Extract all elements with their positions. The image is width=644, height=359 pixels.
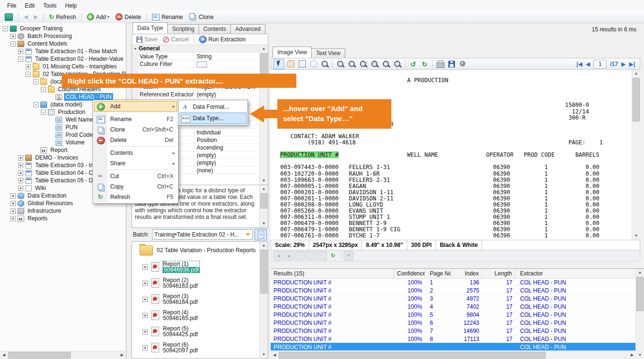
tree-expander-icon[interactable]: +	[18, 178, 23, 183]
scroll-up-icon[interactable]: ▲	[260, 45, 268, 53]
tree-expander-icon[interactable]: +	[142, 265, 148, 270]
property-value[interactable]: String	[194, 53, 260, 60]
property-row[interactable]: Referenced Extractors(empty)	[132, 91, 260, 98]
scroll-up-icon[interactable]: ▲	[632, 70, 640, 77]
context-menu-item-copy[interactable]: CopyCtrl+C	[94, 181, 177, 192]
submenu-item-data-format[interactable]: AData Format...	[180, 101, 246, 113]
export-page-icon[interactable]	[306, 251, 316, 260]
batch-tree-scrollbar[interactable]: ▲ ▼	[259, 242, 268, 359]
image-scrollbar[interactable]: ▲ ▼	[632, 70, 640, 240]
context-menu-item-add[interactable]: Add▸	[94, 101, 177, 112]
property-value[interactable]: Ascending	[194, 144, 260, 151]
next-thumb-icon[interactable]: ▸	[284, 251, 294, 260]
results-row[interactable]: PRODUCTION UNIT #COL HEAD - PUN	[271, 343, 636, 351]
refresh-button[interactable]: ↻Refresh	[46, 13, 79, 21]
batch-report-item-report-1[interactable]: +Report (1)50946936.pdf	[132, 259, 268, 275]
tree-item-batch-processing[interactable]: +Batch Processing	[0, 32, 126, 40]
pan-tool-button[interactable]	[285, 59, 296, 69]
zoom-in-button[interactable]: +	[335, 59, 346, 69]
zoom-region-button[interactable]	[320, 59, 330, 69]
region-select-button[interactable]	[297, 59, 307, 69]
tree-expander-icon[interactable]: +	[142, 297, 148, 302]
scroll-left-icon[interactable]: ◀	[0, 351, 8, 359]
batch-report-item-report-3[interactable]: +Report (3)50946164.pdf	[132, 291, 268, 307]
property-value[interactable]: (empty)	[194, 151, 260, 159]
tree-expander-icon[interactable]: -	[41, 87, 46, 92]
results-column-header-page-no[interactable]: Page No	[425, 269, 451, 278]
scrollbar-thumb[interactable]	[260, 193, 267, 208]
save-image-button[interactable]	[446, 59, 457, 69]
image-tools-button[interactable]	[458, 59, 468, 69]
menu-tools[interactable]: Tools	[39, 1, 61, 10]
previous-page-button[interactable]: ◀	[586, 61, 590, 67]
tree-expander-icon[interactable]: +	[18, 155, 23, 161]
tab-image-view[interactable]: Image View	[273, 47, 312, 58]
property-row[interactable]: Value TypeString	[132, 53, 260, 60]
tab-scripting[interactable]: Scripting	[167, 24, 199, 34]
tree-expander-icon[interactable]: -	[41, 110, 46, 115]
results-column-header-confidence[interactable]: Confidence	[394, 269, 425, 278]
batch-folder-item[interactable]: 02 Table Variation - Production Reports	[132, 242, 268, 259]
print-button[interactable]	[435, 59, 445, 69]
tree-expander-icon[interactable]: +	[10, 216, 16, 221]
tab-text-view[interactable]: Text View	[311, 48, 345, 58]
batch-report-item-report-6[interactable]: +Report (6)50942097.pdf	[132, 340, 268, 356]
results-row[interactable]: PRODUCTION UNIT #100%71469017COL HEAD - …	[271, 327, 636, 335]
prev-thumb-icon[interactable]: ◂	[274, 251, 283, 260]
nav-back-button[interactable]: ◀	[21, 13, 30, 21]
run-extraction-button[interactable]: Run Extraction	[196, 35, 249, 44]
context-menu-item-refresh[interactable]: ↻RefreshF5	[94, 192, 177, 202]
batch-report-item-report-4[interactable]: +Report (4)50946165.pdf	[132, 307, 268, 323]
select-tool-button[interactable]	[273, 59, 284, 69]
rotate-cw-button[interactable]: ↻	[419, 59, 430, 69]
results-horizontal-scrollbar[interactable]: ◀ ▶	[271, 351, 636, 359]
zoom-out-button[interactable]: −	[347, 59, 357, 69]
results-column-header-results-15[interactable]: Results (15)	[271, 269, 394, 278]
scroll-up-icon[interactable]: ▲	[260, 185, 268, 193]
results-row[interactable]: PRODUCTION UNIT #100%81711317COL HEAD - …	[271, 335, 636, 343]
submenu-item-data-type[interactable]: 0123Data Type...	[180, 113, 246, 124]
tree-expander-icon[interactable]: +	[10, 34, 16, 39]
delete-button[interactable]: Delete	[113, 12, 144, 21]
tree-expander-icon[interactable]: +	[10, 208, 16, 214]
results-row[interactable]: PRODUCTION UNIT #100%3497217COL HEAD - P…	[271, 294, 636, 302]
batch-report-item-report-5[interactable]: +Report (5)50944425.pdf	[132, 323, 268, 340]
context-menu-item-contents[interactable]: Contents▸	[94, 148, 177, 158]
menu-file[interactable]: File	[3, 1, 20, 10]
scroll-right-icon[interactable]: ▶	[118, 351, 126, 359]
rotate-ccw-button[interactable]: ↺	[408, 59, 418, 69]
property-value[interactable]: Individual	[194, 129, 260, 136]
first-page-button[interactable]: |◀	[577, 61, 583, 67]
crop-page-icon[interactable]	[317, 251, 327, 260]
results-column-header-length[interactable]: Length	[482, 269, 515, 278]
tree-item-table-extraction-02-header-value[interactable]: -Table Extraction 02 - Header-Value	[0, 55, 126, 63]
property-value[interactable]: Position	[194, 136, 260, 143]
results-row[interactable]: PRODUCTION UNIT #100%4740217COL HEAD - P…	[271, 302, 636, 311]
add-button[interactable]: Add▾	[84, 12, 112, 21]
image-viewer[interactable]: A PRODUCTION 15800-0 12/14	[271, 70, 640, 240]
zoom-actual-size-button[interactable]: 1	[358, 59, 369, 69]
tree-expander-icon[interactable]: +	[142, 329, 148, 334]
scroll-down-icon[interactable]: ▼	[260, 351, 268, 359]
tab-contents[interactable]: Contents	[199, 24, 231, 34]
tree-expander-icon[interactable]: +	[18, 170, 23, 176]
tree-expander-icon[interactable]: -	[33, 102, 38, 107]
scroll-down-icon[interactable]: ▼	[260, 177, 268, 185]
menu-edit[interactable]: Edit	[20, 1, 39, 10]
tree-expander-icon[interactable]: -	[10, 41, 16, 47]
tree-expander-icon[interactable]: +	[10, 193, 16, 198]
tree-expander-icon[interactable]: -	[33, 79, 38, 85]
property-value[interactable]: (none)	[194, 167, 260, 174]
batch-report-item-report-2[interactable]: +Report (2)50946163.pdf	[132, 275, 268, 291]
results-row[interactable]: PRODUCTION UNIT #100%5980417COL HEAD - P…	[271, 311, 636, 319]
property-value[interactable]	[194, 60, 260, 67]
tree-expander-icon[interactable]: +	[10, 201, 16, 206]
tab-advanced[interactable]: Advanced	[230, 24, 265, 34]
tree-expander-icon[interactable]: +	[26, 64, 31, 69]
scroll-up-icon[interactable]: ▲	[636, 269, 644, 276]
tree-item-grooper-training[interactable]: -Grooper Training	[0, 25, 126, 32]
results-row[interactable]: PRODUCTION UNIT #100%113617COL HEAD - PU…	[271, 278, 636, 286]
results-column-header-index[interactable]: Index	[451, 269, 482, 278]
property-value[interactable]: (empty)	[194, 91, 260, 98]
save-button[interactable]: Save	[133, 35, 160, 44]
